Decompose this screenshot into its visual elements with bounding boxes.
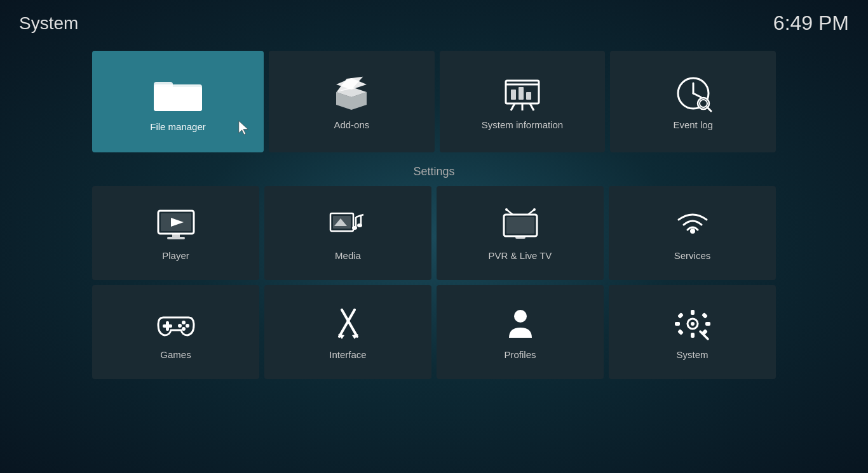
svg-rect-14 [519,87,524,100]
svg-rect-36 [506,217,534,234]
folder-icon [153,74,203,112]
tile-player[interactable]: Player [92,186,259,280]
tile-games[interactable]: Games [92,285,259,379]
clock: 6:49 PM [773,11,849,35]
svg-rect-62 [677,329,684,335]
app-title: System [19,13,78,34]
svg-point-40 [533,208,536,211]
top-row: File manager Add-ons [92,51,776,152]
system-info-icon [502,76,543,110]
event-log-icon [673,76,714,110]
tile-interface[interactable]: Interface [264,285,431,379]
svg-marker-3 [239,121,248,135]
svg-line-20 [707,107,711,111]
svg-rect-26 [167,237,185,239]
media-icon [328,208,369,241]
player-icon [156,208,196,241]
svg-rect-2 [154,82,173,90]
svg-rect-57 [691,333,695,338]
svg-rect-60 [677,312,684,319]
svg-point-47 [182,327,186,331]
services-icon [672,208,713,241]
svg-rect-56 [691,310,695,315]
svg-rect-25 [172,234,180,237]
top-bar: System 6:49 PM [0,0,868,41]
svg-rect-61 [702,312,708,319]
svg-point-33 [352,226,357,230]
svg-point-45 [182,321,186,324]
system-settings-icon [672,307,713,340]
pvr-icon [500,208,541,241]
settings-section: Settings Player [92,165,776,379]
interface-icon [328,307,369,340]
interface-label: Interface [329,349,366,360]
tile-add-ons[interactable]: Add-ons [269,51,435,152]
svg-point-55 [691,322,695,326]
svg-rect-15 [526,92,531,100]
svg-line-32 [356,215,363,217]
profiles-label: Profiles [504,349,536,360]
system-label: System [676,349,708,360]
tile-event-log[interactable]: Event log [610,51,776,152]
tile-media[interactable]: Media [264,186,431,280]
tile-file-manager[interactable]: File manager [92,51,264,152]
svg-rect-44 [163,324,172,328]
cursor-icon [237,119,250,135]
svg-line-18 [693,93,701,97]
profiles-icon [500,307,541,340]
file-manager-label: File manager [150,121,206,132]
media-label: Media [335,250,361,261]
tile-system-information[interactable]: System information [440,51,606,152]
svg-point-48 [178,324,182,328]
system-information-label: System information [482,119,563,130]
svg-point-53 [514,310,527,323]
svg-rect-59 [705,322,710,326]
player-label: Player [162,250,189,261]
tile-pvr-live-tv[interactable]: PVR & Live TV [437,186,604,280]
svg-point-34 [357,223,362,227]
settings-grid: Player Media [92,186,776,379]
event-log-label: Event log [673,119,713,130]
svg-rect-41 [515,236,526,239]
addons-icon [331,76,372,110]
tile-system[interactable]: System [609,285,776,379]
svg-point-38 [505,208,508,211]
svg-rect-1 [154,87,202,111]
pvr-live-tv-label: PVR & Live TV [489,250,552,261]
settings-label: Settings [92,165,776,178]
tile-profiles[interactable]: Profiles [437,285,604,379]
tile-services[interactable]: Services [609,186,776,280]
svg-line-10 [530,103,534,110]
svg-point-46 [186,324,189,328]
svg-rect-58 [675,322,680,326]
main-content: File manager Add-ons [0,44,868,473]
svg-point-42 [690,229,695,234]
svg-line-9 [511,103,515,110]
services-label: Services [674,250,711,261]
svg-rect-13 [511,90,516,100]
games-label: Games [160,349,191,360]
svg-line-51 [342,310,357,336]
svg-line-49 [339,310,355,336]
add-ons-label: Add-ons [334,119,369,130]
games-icon [156,307,196,340]
